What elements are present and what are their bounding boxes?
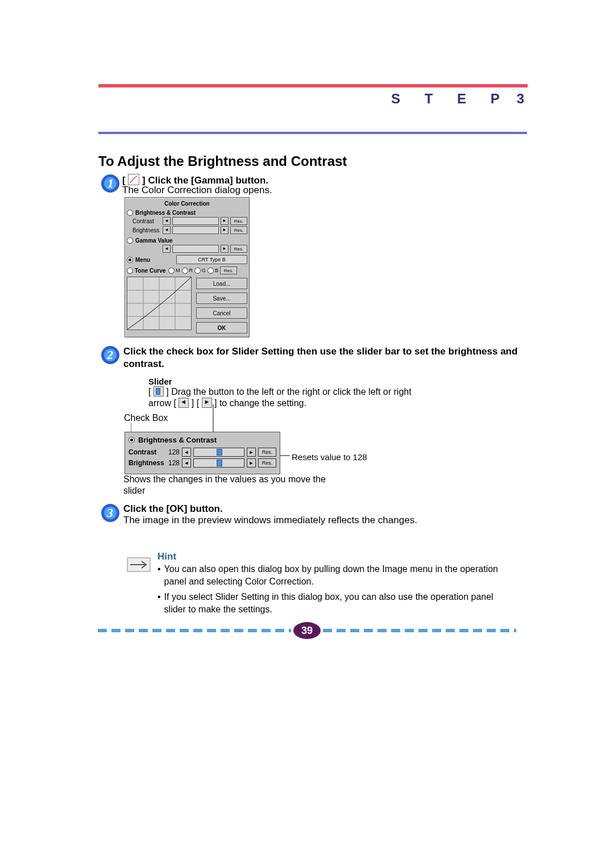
gamma-track[interactable] (172, 245, 219, 253)
tone-reset[interactable]: Res. (220, 266, 237, 274)
save-button[interactable]: Save... (196, 293, 247, 304)
detail-brightness-value: 128 (166, 459, 180, 467)
radio-channel-b[interactable] (208, 268, 214, 274)
gamma-label: Gamma Value (135, 237, 173, 244)
detail-radio-bc[interactable] (128, 437, 135, 443)
bc-detail-panel: Brightness & Contrast Contrast128◄►Res. … (125, 432, 280, 474)
radio-brightness-contrast[interactable] (127, 210, 133, 216)
header-blue-rule (98, 132, 527, 134)
detail-brightness-track[interactable] (193, 458, 244, 468)
detail-contrast-value: 128 (166, 448, 180, 456)
svg-text:3: 3 (106, 506, 113, 520)
step-marker-3: 3 (101, 503, 120, 523)
step-marker-1: 1 (101, 174, 120, 193)
step3-heading: Click the [OK] button. (123, 503, 223, 515)
cancel-button[interactable]: Cancel (196, 307, 247, 319)
brightness-label: Brightness (132, 227, 161, 233)
menu-dropdown[interactable]: CRT Type B (176, 255, 247, 264)
contrast-right-arrow[interactable]: ► (221, 217, 229, 225)
load-button[interactable]: Load... (196, 278, 247, 289)
bc-label: Brightness & Contrast (135, 210, 196, 216)
detail-brightness-right[interactable]: ► (247, 458, 256, 468)
contrast-reset[interactable]: Res. (230, 217, 247, 225)
page-footer: 39 (0, 622, 614, 639)
menu-label: Menu (135, 257, 174, 263)
radio-channel-m[interactable] (168, 268, 175, 274)
left-arrow-icon (179, 398, 189, 408)
gamma-right-arrow[interactable]: ► (221, 245, 229, 253)
step-label: S T E P3 (391, 91, 524, 107)
detail-contrast-right[interactable]: ► (247, 448, 256, 457)
detail-contrast-label: Contrast (128, 448, 164, 456)
radio-channel-g[interactable] (194, 268, 201, 274)
reset-note: Resets value to 128 (292, 452, 367, 462)
radio-tone-curve[interactable] (127, 268, 133, 274)
svg-text:2: 2 (106, 348, 113, 362)
tone-label: Tone Curve (135, 268, 167, 274)
hint-icon (127, 554, 151, 575)
hint-item-2: If you select Slider Setting in this dia… (164, 591, 504, 615)
dialog-title: Color Correction (127, 201, 247, 207)
brightness-track[interactable] (172, 226, 219, 234)
radio-gamma-value[interactable] (127, 237, 133, 244)
radio-channel-r[interactable] (182, 268, 188, 274)
brightness-left-arrow[interactable]: ◄ (163, 226, 171, 234)
contrast-label: Contrast (132, 218, 161, 224)
detail-contrast-reset[interactable]: Res. (258, 448, 276, 457)
step2-heading: Click the check box for Slider Setting t… (123, 345, 527, 370)
color-correction-dialog: Color Correction Brightness & Contrast C… (125, 197, 250, 337)
svg-text:1: 1 (107, 176, 114, 190)
step3-subtext: The image in the preview windows immedia… (123, 515, 417, 526)
gamma-icon (128, 174, 139, 185)
footer-dashes-right (323, 629, 516, 632)
contrast-left-arrow[interactable]: ◄ (163, 217, 171, 225)
contrast-track[interactable] (172, 217, 219, 225)
tone-curve-graph[interactable] (127, 277, 192, 330)
hint-title: Hint (157, 551, 176, 562)
brightness-right-arrow[interactable]: ► (221, 226, 229, 234)
page-number: 39 (293, 622, 321, 639)
detail-brightness-label: Brightness (128, 459, 164, 467)
checkbox-label: Check Box (124, 413, 168, 423)
detail-brightness-left[interactable]: ◄ (182, 458, 191, 468)
slider-value-note: Shows the changes in the values as you m… (123, 474, 339, 496)
header-red-bar (98, 84, 528, 87)
section-title: To Adjust the Brightness and Contrast (98, 153, 347, 169)
ok-button[interactable]: OK (196, 322, 247, 333)
brightness-reset[interactable]: Res. (230, 226, 247, 234)
slider-description: [ ] Drag the button to the left or the r… (148, 386, 433, 410)
detail-contrast-track[interactable] (193, 448, 244, 457)
slider-thumb-icon (154, 386, 164, 397)
step1-subtext: The Color Correction dialog opens. (122, 185, 272, 196)
step-word: S T E P (391, 91, 510, 106)
radio-menu[interactable] (127, 257, 133, 263)
detail-brightness-reset[interactable]: Res. (258, 458, 276, 468)
gamma-reset[interactable]: Res. (230, 245, 247, 253)
slider-title: Slider (148, 377, 172, 386)
detail-bc-label: Brightness & Contrast (138, 436, 217, 444)
footer-dashes-left (98, 629, 291, 632)
detail-contrast-left[interactable]: ◄ (182, 448, 191, 457)
gamma-left-arrow[interactable]: ◄ (163, 245, 171, 253)
hint-list: •You can also open this dialog box by pu… (157, 563, 504, 619)
step-marker-2: 2 (101, 345, 120, 365)
hint-item-1: You can also open this dialog box by pul… (164, 563, 504, 587)
step-number: 3 (517, 91, 524, 106)
